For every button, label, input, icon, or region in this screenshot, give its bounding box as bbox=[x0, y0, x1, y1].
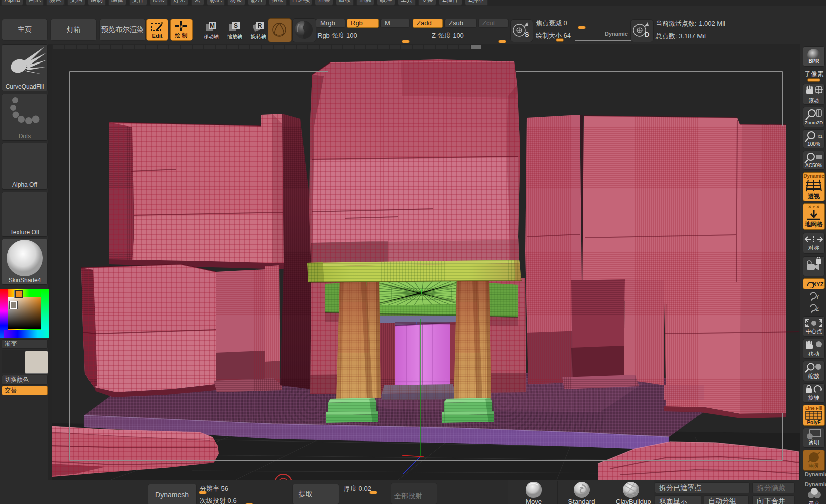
svg-text:滚动: 滚动 bbox=[809, 98, 819, 103]
svg-text:R: R bbox=[258, 22, 262, 29]
svg-text:100%: 100% bbox=[807, 141, 820, 147]
svg-text:x1: x1 bbox=[818, 134, 823, 139]
svg-text:M: M bbox=[210, 22, 215, 29]
svg-text:S: S bbox=[525, 31, 529, 38]
svg-text:D: D bbox=[645, 31, 649, 38]
svg-text:XYZ: XYZ bbox=[813, 281, 824, 287]
svg-text:Y: Y bbox=[816, 294, 819, 300]
svg-text:BPR: BPR bbox=[808, 58, 819, 64]
svg-text:AC50%: AC50% bbox=[805, 163, 822, 168]
svg-text:Zoom2D: Zoom2D bbox=[805, 120, 823, 125]
svg-text:S: S bbox=[234, 22, 238, 29]
svg-text:Z: Z bbox=[816, 306, 819, 312]
